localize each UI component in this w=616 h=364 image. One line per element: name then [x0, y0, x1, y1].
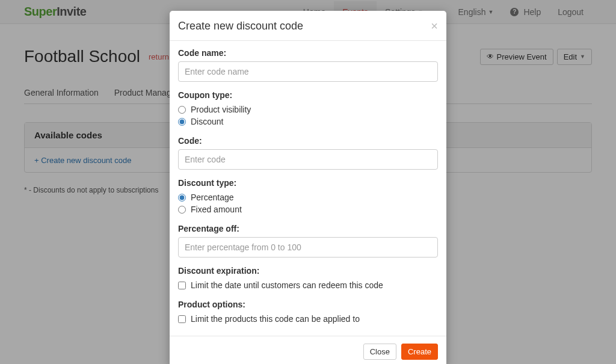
percentage-off-label: Percentage off:: [178, 224, 438, 233]
close-button[interactable]: Close: [363, 344, 396, 360]
limit-date-checkbox[interactable]: [178, 282, 186, 289]
limit-products-label: Limit the products this code can be appl…: [191, 314, 360, 324]
code-name-label: Code name:: [178, 48, 438, 58]
modal-footer: Close Create: [170, 336, 446, 364]
product-options-label: Product options:: [178, 300, 438, 309]
modal-overlay: Create new discount code × Code name: Co…: [0, 0, 616, 364]
discount-expiration-label: Discount expiration:: [178, 266, 438, 276]
coupon-type-discount-label: Discount: [191, 117, 223, 126]
code-input[interactable]: [178, 149, 438, 170]
code-name-input[interactable]: [178, 61, 438, 82]
coupon-type-label: Coupon type:: [178, 90, 438, 100]
coupon-type-visibility-label: Product visibility: [191, 105, 251, 114]
discount-type-fixed-radio[interactable]: [178, 206, 186, 214]
limit-date-label: Limit the date until customers can redee…: [191, 280, 383, 290]
discount-type-fixed-label: Fixed amount: [191, 205, 242, 214]
modal-header: Create new discount code ×: [170, 11, 446, 41]
discount-type-percentage-radio[interactable]: [178, 194, 186, 202]
create-discount-modal: Create new discount code × Code name: Co…: [170, 11, 446, 364]
create-button[interactable]: Create: [401, 344, 438, 360]
coupon-type-visibility-radio[interactable]: [178, 106, 186, 114]
close-icon[interactable]: ×: [431, 19, 438, 33]
discount-type-percentage-label: Percentage: [191, 193, 234, 202]
percentage-off-input[interactable]: [178, 237, 438, 258]
modal-body: Code name: Coupon type: Product visibili…: [170, 41, 446, 336]
modal-title: Create new discount code: [178, 20, 303, 32]
coupon-type-discount-radio[interactable]: [178, 118, 186, 126]
discount-type-label: Discount type:: [178, 178, 438, 188]
limit-products-checkbox[interactable]: [178, 315, 186, 323]
code-label: Code:: [178, 136, 438, 146]
